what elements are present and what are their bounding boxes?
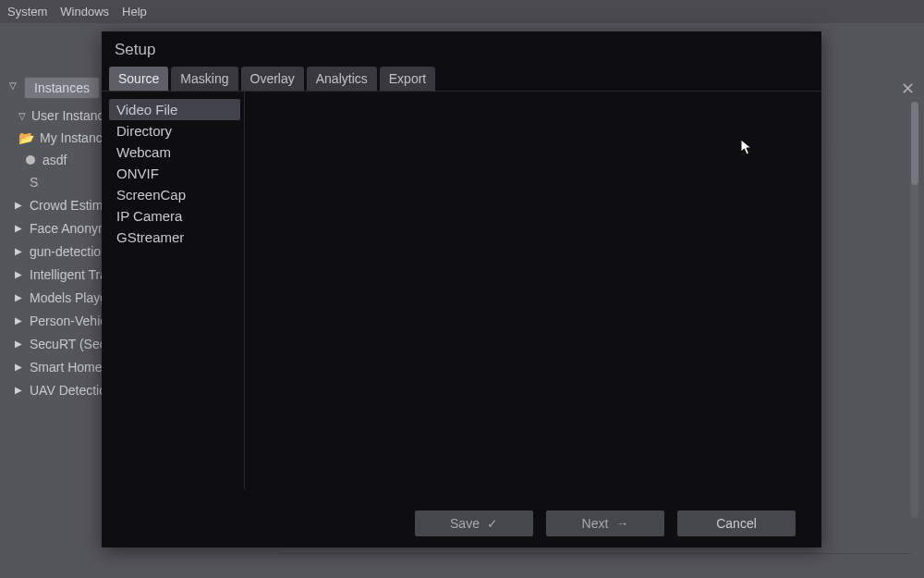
cancel-button[interactable]: Cancel bbox=[677, 510, 796, 536]
source-ip-camera[interactable]: IP Camera bbox=[109, 205, 240, 227]
instance-asdf-label: asdf bbox=[43, 153, 67, 167]
source-webcam[interactable]: Webcam bbox=[109, 141, 240, 163]
triangle-down-icon: ▽ bbox=[18, 111, 26, 121]
save-button[interactable]: Save ✓ bbox=[415, 510, 533, 536]
setup-modal: Setup Source Masking Overlay Analytics E… bbox=[102, 31, 821, 547]
modal-title: Setup bbox=[102, 31, 821, 67]
play-icon: ▶ bbox=[15, 338, 22, 349]
bg-solution-demos2: Solution Demos bbox=[277, 553, 911, 576]
instances-button[interactable]: Instances bbox=[24, 77, 100, 99]
tab-export[interactable]: Export bbox=[380, 67, 435, 91]
modal-tabs: Source Masking Overlay Analytics Export bbox=[102, 67, 821, 92]
source-directory[interactable]: Directory bbox=[109, 120, 240, 141]
check-icon: ✓ bbox=[487, 516, 498, 531]
menu-windows[interactable]: Windows bbox=[60, 5, 109, 18]
arrow-right-icon: → bbox=[615, 516, 628, 531]
next-label: Next bbox=[582, 516, 609, 531]
source-gstreamer[interactable]: GStreamer bbox=[109, 227, 240, 248]
sidebar-item-label: gun-detectio bbox=[30, 244, 101, 259]
tab-overlay[interactable]: Overlay bbox=[241, 67, 304, 91]
modal-content-pane bbox=[245, 92, 821, 489]
play-icon: ▶ bbox=[15, 200, 22, 210]
menu-help[interactable]: Help bbox=[122, 5, 147, 18]
source-list: Video File Directory Webcam ONVIF Screen… bbox=[102, 92, 245, 489]
cancel-label: Cancel bbox=[716, 516, 757, 531]
play-icon: ▶ bbox=[15, 315, 22, 326]
sidebar-item-label: Smart Home bbox=[30, 360, 103, 375]
save-label: Save bbox=[450, 516, 480, 531]
menu-system[interactable]: System bbox=[7, 5, 47, 18]
scrollbar-thumb[interactable] bbox=[911, 102, 918, 185]
sidebar-item-label: Face Anonym bbox=[30, 221, 109, 236]
play-icon: ▶ bbox=[15, 292, 22, 302]
status-circle-icon bbox=[26, 155, 35, 165]
source-onvif[interactable]: ONVIF bbox=[109, 163, 240, 184]
tab-source[interactable]: Source bbox=[109, 67, 168, 91]
next-button[interactable]: Next → bbox=[546, 510, 664, 536]
source-video-file[interactable]: Video File bbox=[109, 99, 240, 120]
tab-masking[interactable]: Masking bbox=[171, 67, 237, 91]
play-icon: ▶ bbox=[15, 246, 22, 256]
menu-bar: System Windows Help bbox=[0, 0, 924, 23]
toggle-down-icon[interactable]: ▽ bbox=[9, 80, 17, 91]
play-icon: ▶ bbox=[15, 362, 22, 372]
play-icon: ▶ bbox=[15, 385, 22, 395]
sidebar-item-label: Crowd Estima bbox=[30, 198, 110, 213]
play-icon: ▶ bbox=[15, 223, 22, 233]
modal-footer: Save ✓ Next → Cancel bbox=[415, 510, 796, 536]
tab-analytics[interactable]: Analytics bbox=[307, 67, 377, 91]
modal-body: Video File Directory Webcam ONVIF Screen… bbox=[102, 92, 821, 489]
close-icon[interactable]: ✕ bbox=[901, 79, 915, 99]
play-icon: ▶ bbox=[15, 269, 22, 279]
folder-icon: 📂 bbox=[18, 130, 34, 145]
source-screencap[interactable]: ScreenCap bbox=[109, 184, 240, 205]
